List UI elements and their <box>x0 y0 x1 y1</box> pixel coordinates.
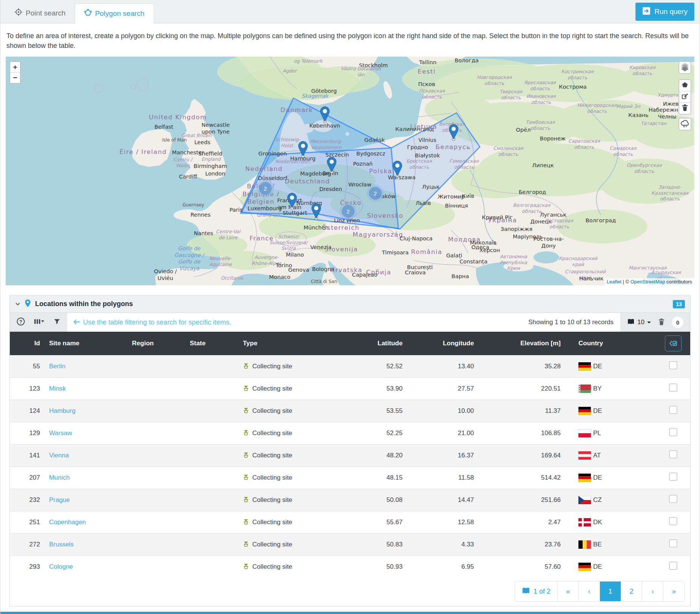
site-link[interactable]: Hamburg <box>49 407 76 414</box>
site-link[interactable]: Copenhagen <box>49 519 86 526</box>
map-marker[interactable] <box>449 124 458 140</box>
collapse-selection-button[interactable] <box>665 335 681 351</box>
map-marker[interactable] <box>320 106 330 122</box>
results-table: Id Site name Region State Type Latitude … <box>10 332 690 578</box>
row-checkbox[interactable] <box>669 450 677 459</box>
page-button[interactable]: 1 <box>600 582 621 601</box>
site-link[interactable]: Warsaw <box>49 429 72 437</box>
instructions-text: To define an area of interest, create a … <box>0 23 700 57</box>
cell-site-name: Copenhagen <box>45 511 128 533</box>
collecting-site-icon <box>243 451 249 460</box>
map-marker[interactable] <box>327 157 336 172</box>
marker-cluster[interactable]: 2 <box>257 180 274 197</box>
edit-layers-button[interactable] <box>679 91 691 103</box>
row-checkbox[interactable] <box>669 495 677 503</box>
cell-state <box>185 511 230 533</box>
column-header-latitude[interactable]: Latitude <box>344 332 407 355</box>
map[interactable]: StockholmTallinnEestiGöteborgVästra Göta… <box>6 57 694 285</box>
cell-country: BY <box>565 377 656 400</box>
run-query-button[interactable]: Run query <box>635 3 694 21</box>
column-header-id[interactable]: Id <box>10 332 45 355</box>
zoom-out-button[interactable]: − <box>10 72 20 83</box>
page-button[interactable]: « <box>558 582 579 601</box>
site-link[interactable]: Minsk <box>49 385 66 392</box>
site-link[interactable]: Brussels <box>49 541 74 548</box>
results-panel-header[interactable]: Locations within the polygons 13 <box>10 295 690 313</box>
table-row: 251CopenhagenCollecting site55.6712.582.… <box>10 511 690 533</box>
cell-id: 293 <box>10 556 45 578</box>
filter-icon[interactable] <box>54 318 60 326</box>
site-link[interactable]: Cologne <box>49 563 73 570</box>
result-count-badge: 13 <box>673 300 685 308</box>
cell-longitude: 6.95 <box>407 556 478 578</box>
cell-select <box>656 444 690 466</box>
page-size-dropdown[interactable]: 10 <box>627 319 651 326</box>
pagination: 1 of 2 «‹12›» <box>515 581 685 602</box>
page-button[interactable]: 2 <box>621 582 642 601</box>
row-checkbox[interactable] <box>669 517 677 525</box>
column-header-elevation[interactable]: Elevation [m] <box>478 332 565 355</box>
column-header-site-name[interactable]: Site name <box>45 332 128 355</box>
clear-selection-button[interactable] <box>658 318 665 327</box>
polygon-draw-icon <box>681 82 688 90</box>
table-header-row: Id Site name Region State Type Latitude … <box>10 332 690 355</box>
cell-type: Collecting site <box>230 422 343 444</box>
point-search-icon <box>15 8 22 18</box>
row-checkbox[interactable] <box>669 428 677 436</box>
cell-longitude: 16.37 <box>407 444 478 466</box>
page-button[interactable]: » <box>663 582 685 601</box>
page-indicator: 1 of 2 <box>515 582 558 601</box>
page-button[interactable]: ‹ <box>579 582 600 601</box>
column-header-type[interactable]: Type <box>230 332 343 355</box>
site-link[interactable]: Berlin <box>49 363 65 370</box>
country-flag-icon <box>578 407 591 415</box>
results-panel: Locations within the polygons 13 ? Use <box>9 295 691 606</box>
map-marker[interactable] <box>298 141 308 157</box>
map-marker[interactable] <box>287 193 297 208</box>
map-marker[interactable] <box>393 161 402 176</box>
tab-point-search[interactable]: Point search <box>6 3 75 23</box>
zoom-in-button[interactable]: + <box>10 62 20 72</box>
draw-polygon-button[interactable] <box>679 80 691 91</box>
book-icon <box>627 319 635 326</box>
columns-selector-icon[interactable] <box>34 318 45 326</box>
marker-cluster[interactable]: 2 <box>339 203 357 220</box>
cell-site-name: Berlin <box>45 355 128 377</box>
row-checkbox[interactable] <box>669 539 677 548</box>
column-header-region[interactable]: Region <box>128 332 185 355</box>
column-header-longitude[interactable]: Longitude <box>407 332 478 355</box>
climate-overlay-button[interactable] <box>678 118 691 131</box>
cell-latitude: 53.90 <box>344 377 407 400</box>
column-header-state[interactable]: State <box>185 332 230 355</box>
column-header-country[interactable]: Country <box>565 332 656 355</box>
row-checkbox[interactable] <box>669 406 677 414</box>
leaflet-link[interactable]: Leaflet <box>607 279 621 285</box>
table-row: 207MunichCollecting site48.1511.58514.42… <box>10 466 690 489</box>
country-flag-icon <box>578 451 591 460</box>
site-link[interactable]: Munich <box>49 474 70 481</box>
map-marker[interactable] <box>311 203 321 219</box>
delete-layers-button[interactable] <box>679 103 691 114</box>
osm-link[interactable]: OpenStreetMap <box>631 279 665 285</box>
page-button[interactable]: › <box>642 582 663 601</box>
site-link[interactable]: Prague <box>49 496 70 503</box>
cell-region <box>128 377 185 400</box>
help-icon[interactable]: ? <box>17 317 25 327</box>
layers-button[interactable] <box>678 61 691 74</box>
run-query-label: Run query <box>654 8 688 16</box>
cell-select <box>656 400 690 422</box>
site-link[interactable]: Vienna <box>49 452 69 459</box>
row-checkbox[interactable] <box>669 361 677 369</box>
cell-country: BE <box>565 533 656 556</box>
pagination-row: 1 of 2 «‹12›» <box>10 578 690 606</box>
run-query-arrow-icon <box>642 7 651 17</box>
cell-state <box>185 422 230 444</box>
cell-longitude: 4.33 <box>407 533 478 556</box>
marker-cluster[interactable]: 2 <box>367 185 384 202</box>
table-row: 293CologneCollecting site50.936.9557.60D… <box>10 556 690 578</box>
collecting-site-icon <box>243 407 249 415</box>
tab-polygon-search[interactable]: Polygon search <box>75 3 154 23</box>
row-checkbox[interactable] <box>669 472 677 481</box>
row-checkbox[interactable] <box>669 562 677 570</box>
row-checkbox[interactable] <box>669 383 677 392</box>
